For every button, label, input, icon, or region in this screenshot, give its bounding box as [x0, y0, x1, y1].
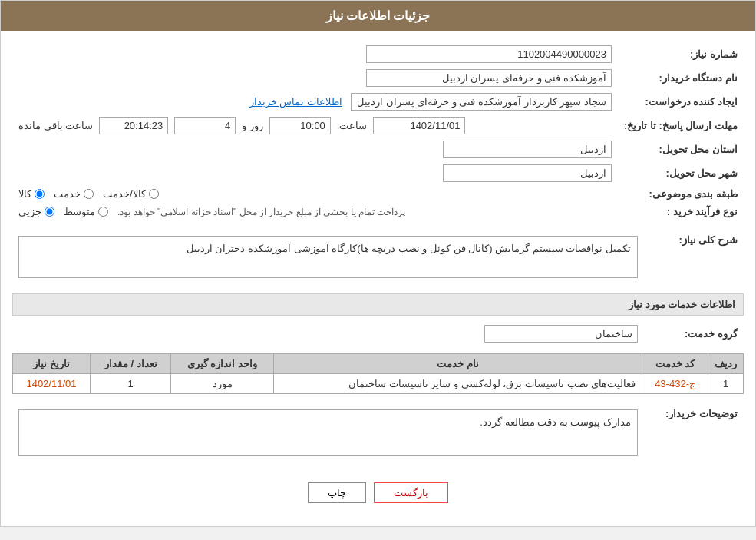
response-date: 1402/11/01	[373, 117, 465, 134]
category-kala-khedmat-option: کالا/خدمت	[103, 188, 159, 200]
process-motawaset-radio[interactable]	[98, 207, 108, 217]
services-section-title: اطلاعات خدمات مورد نیاز	[12, 293, 744, 316]
category-khedmat-label: خدمت	[54, 188, 81, 200]
buyer-org-value: آموزشکده فنی و حرفه‌ای پسران اردبیل	[366, 69, 612, 87]
response-day-label: روز و	[242, 120, 263, 131]
response-days: 4	[174, 117, 236, 134]
process-note: پرداخت تمام یا بخشی از مبلغ خریدار از مح…	[117, 207, 405, 217]
table-row: 1ج-432-43فعالیت‌های نصب تاسیسات برق، لول…	[13, 374, 744, 394]
buyer-notes-label: توضیحات خریدار:	[644, 402, 744, 463]
col-unit: واحد اندازه گیری	[171, 354, 273, 374]
province-value: اردبیل	[443, 141, 612, 158]
page-title: جزئیات اطلاعات نیاز	[326, 9, 431, 22]
category-kala-khedmat-label: کالا/خدمت	[103, 188, 146, 200]
cell-unit: مورد	[171, 374, 273, 394]
general-description-label: شرح کلی نیاز:	[644, 228, 744, 286]
buyer-notes-value: مدارک پیوست به دقت مطالعه گردد.	[18, 409, 638, 456]
city-label: شهر محل تحویل:	[618, 161, 744, 185]
cell-code: ج-432-43	[642, 374, 708, 394]
col-quantity: تعداد / مقدار	[90, 354, 171, 374]
response-deadline-label: مهلت ارسال پاسخ: تا تاریخ:	[618, 114, 744, 137]
response-countdown-label: ساعت باقی مانده	[18, 120, 93, 131]
category-khedmat-option: خدمت	[54, 188, 94, 200]
creator-value: سجاد سپهر کاربردار آموزشکده فنی و حرفه‌ا…	[351, 93, 612, 111]
page-header: جزئیات اطلاعات نیاز	[1, 1, 755, 31]
process-jozi-label: جزیی	[18, 206, 41, 217]
category-kala-radio[interactable]	[35, 189, 45, 199]
creator-label: ایجاد کننده درخواست:	[618, 90, 744, 114]
cell-date: 1402/11/01	[13, 374, 91, 394]
buyer-org-label: نام دستگاه خریدار:	[618, 66, 744, 90]
need-number-label: شماره نیاز:	[618, 42, 744, 66]
category-label: طبقه بندی موضوعی:	[618, 185, 744, 203]
services-table: ردیف کد خدمت نام خدمت واحد اندازه گیری ت…	[12, 353, 744, 394]
general-description-value: تکمیل نواقصات سیستم گرمایش (کانال فن کوئ…	[18, 236, 638, 278]
col-row: ردیف	[708, 354, 744, 374]
category-kala-label: کالا	[18, 188, 31, 200]
col-name: نام خدمت	[273, 354, 642, 374]
cell-row: 1	[708, 374, 744, 394]
buttons-row: بازگشت چاپ	[12, 471, 744, 515]
col-date: تاریخ نیاز	[13, 354, 91, 374]
category-kala-khedmat-radio[interactable]	[149, 189, 159, 199]
process-jozi-radio[interactable]	[45, 207, 54, 217]
process-label: نوع فرآیند خرید :	[618, 203, 744, 220]
response-time-label: ساعت:	[337, 120, 368, 131]
print-button[interactable]: چاپ	[308, 482, 366, 503]
service-group-label: گروه خدمت:	[644, 322, 744, 346]
col-code: کد خدمت	[642, 354, 708, 374]
cell-quantity: 1	[90, 374, 171, 394]
response-time: 10:00	[269, 117, 331, 134]
process-jozi-option: جزیی	[18, 206, 54, 217]
process-motawaset-label: متوسط	[64, 206, 95, 217]
response-countdown: 20:14:23	[99, 117, 168, 134]
cell-name: فعالیت‌های نصب تاسیسات برق، لوله‌کشی و س…	[273, 374, 642, 394]
category-khedmat-radio[interactable]	[84, 189, 94, 199]
category-kala-option: کالا	[18, 188, 45, 200]
creator-contact-link[interactable]: اطلاعات تماس خریدار	[249, 96, 342, 108]
province-label: استان محل تحویل:	[618, 137, 744, 161]
service-group-value: ساختمان	[484, 325, 638, 343]
city-value: اردبیل	[443, 164, 612, 182]
back-button[interactable]: بازگشت	[374, 482, 448, 503]
process-motawaset-option: متوسط	[64, 206, 108, 217]
need-number-value: 1102004490000023	[366, 45, 612, 63]
